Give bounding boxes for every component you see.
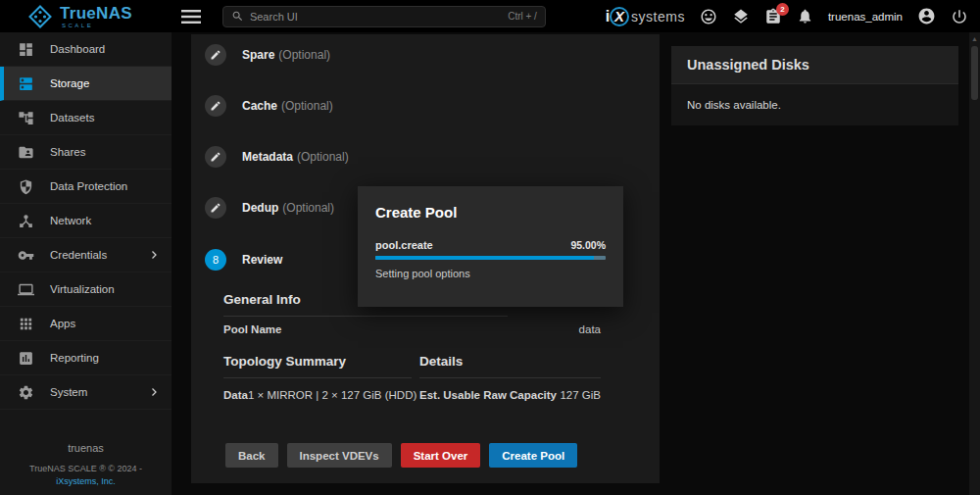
unassigned-disks-title: Unassigned Disks [687, 57, 809, 73]
sidebar-item-storage[interactable]: Storage [0, 67, 172, 101]
topology-summary-section: Topology Summary Data 1 × MIRROR | 2 × 1… [223, 354, 412, 401]
truenas-logo[interactable]: TrueNAS SCALE [27, 5, 132, 28]
chevron-right-icon [148, 249, 160, 261]
step-number-badge: 8 [205, 249, 226, 271]
dashboard-icon [18, 41, 34, 58]
shield-icon [18, 178, 34, 195]
progress-bar-fill [375, 256, 594, 260]
wizard-step-cache[interactable]: Cache(Optional) [205, 95, 333, 117]
scroll-up-arrow-icon[interactable]: ▲ [969, 32, 980, 42]
data-vdev-label: Data [223, 389, 248, 401]
edit-pencil-icon[interactable] [205, 146, 226, 168]
notifications-bell-icon[interactable] [797, 8, 813, 25]
datasets-tree-icon [18, 110, 34, 126]
page-scrollbar[interactable]: ▲ [969, 32, 980, 495]
menu-icon[interactable] [179, 8, 203, 25]
back-button[interactable]: Back [225, 443, 278, 468]
sidebar-footer: truenas TrueNAS SCALE ® © 2024 - iXsyste… [0, 442, 172, 495]
brand-edition: SCALE [62, 23, 132, 28]
progress-bar [375, 256, 606, 260]
jobs-layers-icon[interactable] [732, 8, 750, 25]
search-icon [231, 10, 244, 23]
sidebar-item-datasets[interactable]: Datasets [0, 101, 172, 135]
storage-icon [18, 75, 34, 92]
sidebar-item-credentials[interactable]: Credentials [0, 238, 172, 272]
logged-in-user: truenas_admin [828, 11, 903, 23]
search-shortcut: Ctrl + / [508, 11, 537, 22]
data-vdev-value: 1 × MIRROR | 2 × 127 GiB (HDD) [248, 389, 416, 401]
laptop-icon [18, 281, 34, 298]
wizard-step-spare[interactable]: Spare(Optional) [205, 44, 330, 66]
pool-name-label: Pool Name [223, 323, 281, 335]
sidebar-nav: Dashboard Storage Datasets Shares Data P… [0, 32, 172, 495]
sidebar-item-apps[interactable]: Apps [0, 307, 172, 341]
pool-name-row: Pool Name data [223, 323, 601, 335]
task-percent: 95.00% [570, 239, 606, 251]
bar-chart-icon [18, 350, 34, 367]
apps-grid-icon [18, 316, 34, 332]
create-pool-dialog: Create Pool pool.create 95.00% Setting p… [358, 186, 623, 307]
task-status: Setting pool options [375, 268, 606, 279]
power-icon[interactable] [951, 8, 968, 25]
no-disks-message: No disks available. [687, 99, 781, 111]
brand-name: TrueNAS [60, 5, 132, 22]
truenas-logo-icon [27, 5, 53, 28]
ixsystems-logo: i X systems [606, 7, 685, 26]
hostname-label: truenas [0, 442, 172, 454]
account-icon[interactable] [917, 7, 936, 25]
sidebar-item-reporting[interactable]: Reporting [0, 341, 172, 375]
chevron-right-icon [148, 386, 160, 398]
sidebar-item-system[interactable]: System [0, 375, 172, 410]
unassigned-disks-panel: Unassigned Disks No disks available. [671, 46, 958, 125]
top-bar: TrueNAS SCALE Ctrl + / i X systems [0, 0, 980, 32]
edit-pencil-icon[interactable] [205, 44, 226, 66]
edit-pencil-icon[interactable] [205, 95, 226, 117]
scrollbar-thumb[interactable] [971, 46, 978, 100]
global-search[interactable]: Ctrl + / [222, 6, 546, 27]
wizard-step-dedup[interactable]: Dedup(Optional) [205, 197, 334, 219]
pool-name-value: data [579, 323, 601, 335]
wizard-actions: Back Inspect VDEVs Start Over Create Poo… [225, 443, 577, 468]
topology-summary-title: Topology Summary [223, 354, 412, 378]
feedback-smiley-icon[interactable] [700, 8, 717, 25]
task-name: pool.create [375, 239, 433, 251]
wizard-step-metadata[interactable]: Metadata(Optional) [205, 146, 349, 168]
wizard-step-review[interactable]: 8 Review [205, 249, 282, 271]
dialog-title: Create Pool [375, 204, 606, 221]
inspect-vdevs-button[interactable]: Inspect VDEVs [287, 443, 392, 468]
details-section: Details Est. Usable Raw Capacity 127 GiB [419, 354, 601, 401]
edit-pencil-icon[interactable] [205, 197, 226, 219]
shares-folder-icon [18, 144, 34, 161]
key-icon [18, 247, 34, 264]
search-input[interactable] [250, 11, 502, 23]
gear-icon [18, 384, 34, 401]
sidebar-item-data-protection[interactable]: Data Protection [0, 170, 172, 204]
create-pool-button[interactable]: Create Pool [489, 443, 577, 468]
company-link[interactable]: iXsystems, Inc. [0, 476, 172, 486]
sidebar-item-network[interactable]: Network [0, 204, 172, 238]
topology-data-row: Data 1 × MIRROR | 2 × 127 GiB (HDD) [223, 389, 412, 401]
task-count-badge: 2 [776, 3, 789, 16]
tasks-clipboard-icon[interactable]: 2 [764, 8, 782, 25]
sidebar-item-shares[interactable]: Shares [0, 135, 172, 170]
network-hub-icon [18, 213, 34, 229]
capacity-label: Est. Usable Raw Capacity [419, 389, 557, 401]
sidebar-item-virtualization[interactable]: Virtualization [0, 272, 172, 307]
copyright-label: TrueNAS SCALE ® © 2024 - [0, 464, 172, 473]
sidebar-item-dashboard[interactable]: Dashboard [0, 32, 172, 67]
capacity-row: Est. Usable Raw Capacity 127 GiB [419, 389, 601, 401]
details-title: Details [419, 354, 601, 378]
capacity-value: 127 GiB [560, 389, 601, 401]
start-over-button[interactable]: Start Over [401, 443, 481, 468]
